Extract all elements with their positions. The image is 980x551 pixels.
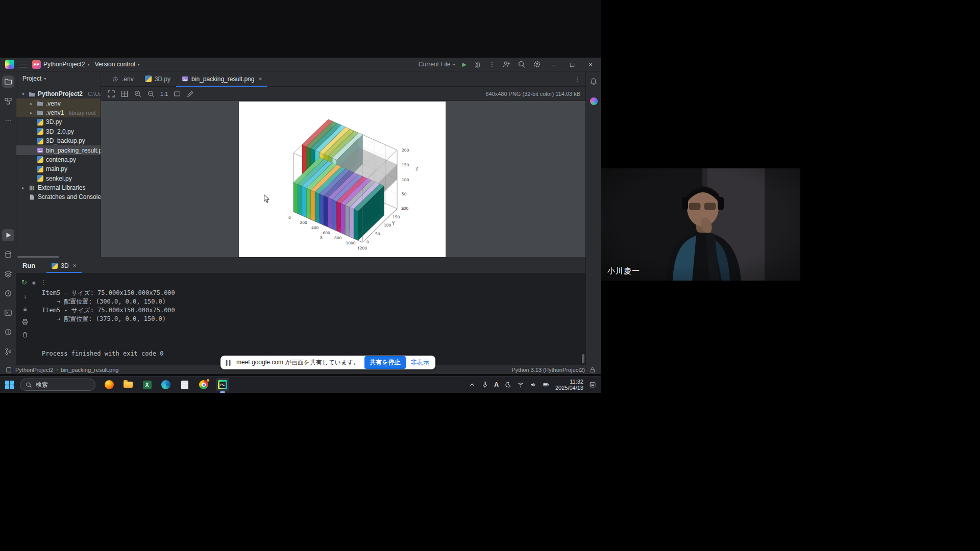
rerun-button[interactable]: ↻ [21,279,27,286]
taskbar-excel-icon[interactable]: X [140,378,154,391]
tree-item--venv[interactable]: ▸.venv [16,98,101,108]
breadcrumb-project[interactable]: PythonProject2 [15,367,54,373]
tree-item-scratches-and-consoles[interactable]: Scratches and Consoles [16,192,101,202]
tree-item-bin-packing-result-png[interactable]: bin_packing_result.png [16,145,101,155]
run-config-widget[interactable]: Current File ▾ [419,61,455,68]
zoom-out-icon[interactable] [145,88,157,99]
lock-icon[interactable] [589,366,596,373]
run-more-options-icon[interactable]: ⋮ [41,279,47,286]
python-interpreter-widget[interactable]: Python 3.13 (PythonProject2) [511,367,585,373]
stop-button[interactable]: ■ [32,280,36,286]
terminal-tool-button[interactable] [2,307,14,319]
chevron-down-icon[interactable]: ▾ [20,91,26,96]
search-everywhere-icon[interactable] [518,60,526,68]
tree-item-contena-py[interactable]: contena.py [16,155,101,164]
taskbar-explorer-icon[interactable] [121,378,135,391]
close-run-tab-icon[interactable]: × [73,262,77,269]
chevron-down-icon: ▾ [44,77,46,81]
project-panel-header[interactable]: Project ▾ [16,71,101,86]
tree-item-senkei-py[interactable]: senkei.py [16,174,101,183]
notification-center-icon[interactable] [589,381,596,388]
problems-tool-button[interactable] [2,326,14,338]
project-tool-button[interactable] [2,76,14,88]
chevron-right-icon[interactable]: ▸ [29,101,34,106]
ai-assistant-icon[interactable] [587,95,600,107]
notifications-bell-icon[interactable] [587,76,600,88]
close-window-button[interactable]: × [585,61,596,68]
tree-item-main-py[interactable]: main.py [16,164,101,173]
taskbar-notepad-icon[interactable] [178,378,191,391]
tray-overflow-chevron-icon[interactable] [469,381,476,388]
chevron-right-icon[interactable]: ▸ [29,110,34,115]
tab-bin-packing-result-png[interactable]: bin_packing_result.png × [176,71,267,86]
tree-item-suffix: C:\Users\kone [88,91,101,97]
tree-item-3d-backup-py[interactable]: 3D_backup.py [16,136,101,145]
taskbar-pycharm-icon[interactable] [216,378,229,391]
tree-item-pythonproject2[interactable]: ▾PythonProject2C:\Users\kone [16,89,101,98]
main-menu-icon[interactable] [19,62,27,67]
breadcrumb-file[interactable]: bin_packing_result.png [61,367,118,373]
grid-toggle-icon[interactable] [118,88,131,99]
code-with-me-icon[interactable] [502,60,510,68]
svg-text:0: 0 [402,207,404,211]
close-tab-icon[interactable]: × [258,76,262,83]
speaker-icon[interactable] [530,381,537,388]
version-control-widget[interactable]: Version control ▾ [94,61,139,68]
zoom-in-icon[interactable] [132,88,144,99]
chevron-right-icon[interactable]: ▸ [20,185,26,190]
tree-item-3d-2-0-py[interactable]: 3D_2.0.py [16,127,101,136]
frame-tool-icon[interactable] [171,88,183,99]
clear-console-trash-icon[interactable] [21,331,29,338]
project-panel-title: Project [22,75,41,82]
python-file-icon [37,175,43,182]
tab-env[interactable]: .env [106,71,139,86]
restore-button[interactable]: □ [567,61,578,68]
run-tab-3d[interactable]: 3D × [46,258,81,273]
git-tool-button[interactable] [2,345,14,358]
debug-button[interactable] [474,60,482,68]
console-output[interactable]: Item5 - サイズ: 75.000x150.000x75.000 → 配置位… [42,289,579,362]
tree-item-3d-py[interactable]: 3D.py [16,117,101,127]
tab-3d-py[interactable]: 3D.py [139,71,176,86]
scroll-to-end-icon[interactable]: ↓ [23,293,27,300]
svg-text:0: 0 [366,240,369,244]
svg-text:800: 800 [334,236,342,240]
python-packages-tool-button[interactable] [2,268,14,280]
more-tools-button[interactable]: ⋯ [2,114,14,127]
taskbar-firefox-icon[interactable] [103,378,116,391]
soft-wrap-icon[interactable]: ≡ [23,306,27,313]
python-file-icon [37,119,43,126]
wifi-icon[interactable] [517,381,524,388]
settings-gear-icon[interactable] [533,60,541,68]
console-scrollbar[interactable] [582,354,584,363]
taskbar-clock[interactable]: 11:32 2025/04/13 [555,379,583,391]
more-actions-icon[interactable]: ⋮ [489,61,495,68]
tab-options-icon[interactable]: ⋮ [574,76,580,83]
taskbar-search-box[interactable]: 検索 [20,379,95,391]
structure-tool-button[interactable] [2,95,14,107]
image-canvas[interactable]: 0200400600800100012000501001502000501001… [101,101,585,257]
tree-item-external-libraries[interactable]: ▸External Libraries [16,183,101,192]
run-tool-button[interactable] [2,229,14,241]
stop-sharing-button[interactable]: 共有を停止 [364,356,405,369]
project-widget[interactable]: PP PythonProject2 ▾ [32,60,89,69]
edit-external-icon[interactable] [184,88,197,99]
run-button[interactable]: ▶ [462,61,467,68]
profiler-tool-button[interactable] [2,287,14,299]
battery-icon[interactable] [543,381,550,388]
start-button[interactable] [5,381,14,389]
taskbar-chrome-icon[interactable] [197,378,210,391]
hide-banner-link[interactable]: 非表示 [411,358,429,367]
tree-item-label: External Libraries [38,184,85,191]
fit-zoom-icon[interactable] [105,88,117,99]
actual-size-button[interactable]: 1:1 [158,91,170,97]
tree-item--venv1[interactable]: ▸.venv1library root [16,108,101,117]
print-icon[interactable] [21,318,29,325]
minimize-button[interactable]: – [548,61,559,68]
microphone-icon[interactable] [481,381,488,388]
taskbar-edge-icon[interactable] [159,378,173,391]
ime-indicator[interactable]: A [494,381,499,388]
services-tool-button[interactable] [2,248,14,261]
focus-assist-moon-icon[interactable] [504,381,511,388]
tree-item-suffix: library root [69,110,95,116]
